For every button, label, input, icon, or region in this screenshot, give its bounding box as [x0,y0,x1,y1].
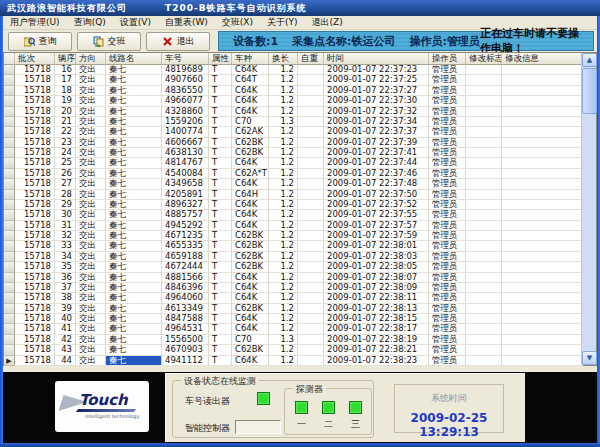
cell-时间[interactable]: 2009-01-07 22:38:17 [324,324,429,334]
cell-自重[interactable] [298,283,324,293]
cell-线路名[interactable]: 秦七 [106,148,162,158]
cell-属性[interactable]: T [209,293,232,303]
cell-修改标志[interactable] [466,138,502,148]
cell-车种[interactable]: C64K [232,314,269,324]
cell-换长[interactable]: 1.3 [269,335,298,345]
cell-自重[interactable] [298,96,324,106]
cell-修改信息[interactable] [502,65,583,75]
cell-自重[interactable] [298,231,324,241]
cell-方向[interactable]: 交出 [76,345,106,355]
cell-操作员[interactable]: 管理员 [429,324,466,334]
scroll-down-button[interactable]: ▼ [582,351,597,365]
cell-车种[interactable]: C64K [232,65,269,75]
cell-属性[interactable]: T [209,356,232,366]
cell-车号[interactable]: 4964060 [162,293,209,303]
cell-车种[interactable]: C62BK [232,304,269,314]
cell-时间[interactable]: 2009-01-07 22:38:03 [324,252,429,262]
cell-属性[interactable]: T [209,107,232,117]
cell-线路名[interactable]: 秦七 [106,210,162,220]
cell-属性[interactable]: T [209,210,232,220]
cell-车号[interactable]: 1559206 [162,117,209,127]
cell-辆序[interactable]: 27 [55,179,76,189]
cell-修改标志[interactable] [466,210,502,220]
column-header-10[interactable]: 操作员 [429,53,466,65]
cell-批次[interactable]: 15718 [15,65,55,75]
cell-车种[interactable]: C64K [232,210,269,220]
cell-车号[interactable]: 4847588 [162,314,209,324]
cell-方向[interactable]: 交出 [76,314,106,324]
cell-线路名[interactable]: 秦七 [106,169,162,179]
cell-操作员[interactable]: 管理员 [429,231,466,241]
cell-批次[interactable]: 15718 [15,293,55,303]
cell-方向[interactable]: 交出 [76,293,106,303]
column-header-0[interactable]: 批次 [15,53,55,65]
cell-属性[interactable]: T [209,117,232,127]
cell-线路名[interactable]: 秦七 [106,190,162,200]
cell-时间[interactable]: 2009-01-07 22:38:09 [324,283,429,293]
cell-线路名[interactable]: 秦七 [106,200,162,210]
scrollbar-thumb[interactable] [582,68,597,114]
column-header-4[interactable]: 车号 [162,53,209,65]
cell-车种[interactable]: C62A*T [232,169,269,179]
cell-属性[interactable]: T [209,262,232,272]
cell-批次[interactable]: 15718 [15,75,55,85]
cell-修改标志[interactable] [466,262,502,272]
cell-属性[interactable]: T [209,86,232,96]
cell-车种[interactable]: C62BK [232,252,269,262]
cell-方向[interactable]: 交出 [76,169,106,179]
cell-方向[interactable]: 交出 [76,158,106,168]
cell-换长[interactable]: 1.2 [269,127,298,137]
cell-自重[interactable] [298,273,324,283]
cell-操作员[interactable]: 管理员 [429,127,466,137]
cell-换长[interactable]: 1.3 [269,117,298,127]
cell-自重[interactable] [298,324,324,334]
cell-时间[interactable]: 2009-01-07 22:37:46 [324,169,429,179]
cell-线路名[interactable]: 秦七 [106,304,162,314]
cell-批次[interactable]: 15718 [15,86,55,96]
cell-操作员[interactable]: 管理员 [429,345,466,355]
cell-车种[interactable]: C62BK [232,138,269,148]
cell-时间[interactable]: 2009-01-07 22:38:21 [324,345,429,355]
cell-车种[interactable]: C62BK [232,241,269,251]
cell-车种[interactable]: C64T [232,75,269,85]
column-header-9[interactable]: 时间 [324,53,429,65]
cell-自重[interactable] [298,200,324,210]
cell-修改标志[interactable] [466,293,502,303]
cell-线路名[interactable]: 秦七 [106,283,162,293]
cell-批次[interactable]: 15718 [15,283,55,293]
cell-自重[interactable] [298,345,324,355]
cell-线路名[interactable]: 秦七 [106,345,162,355]
cell-辆序[interactable]: 21 [55,117,76,127]
cell-车号[interactable]: 4941112 [162,356,209,366]
cell-换长[interactable]: 1.2 [269,179,298,189]
menu-item-1[interactable]: 查询(Q) [67,16,113,29]
cell-车号[interactable]: 4655335 [162,241,209,251]
cell-属性[interactable]: T [209,200,232,210]
cell-辆序[interactable]: 26 [55,169,76,179]
cell-换长[interactable]: 1.2 [269,148,298,158]
cell-操作员[interactable]: 管理员 [429,252,466,262]
cell-方向[interactable]: 交出 [76,210,106,220]
cell-方向[interactable]: 交出 [76,262,106,272]
cell-方向[interactable]: 交出 [76,190,106,200]
cell-线路名[interactable]: 秦七 [106,107,162,117]
cell-车号[interactable]: 4819689 [162,65,209,75]
cell-操作员[interactable]: 管理员 [429,356,466,366]
cell-辆序[interactable]: 19 [55,96,76,106]
cell-批次[interactable]: 15718 [15,127,55,137]
cell-车种[interactable]: C64K [232,356,269,366]
cell-线路名[interactable]: 秦七 [106,96,162,106]
cell-修改标志[interactable] [466,96,502,106]
cell-修改信息[interactable] [502,221,583,231]
cell-车号[interactable]: 1556500 [162,335,209,345]
cell-操作员[interactable]: 管理员 [429,241,466,251]
cell-批次[interactable]: 15718 [15,117,55,127]
cell-时间[interactable]: 2009-01-07 22:38:07 [324,273,429,283]
cell-批次[interactable]: 15718 [15,231,55,241]
cell-自重[interactable] [298,262,324,272]
cell-车种[interactable]: C64K [232,293,269,303]
cell-车号[interactable]: 4814767 [162,158,209,168]
cell-修改标志[interactable] [466,283,502,293]
cell-时间[interactable]: 2009-01-07 22:37:44 [324,158,429,168]
cell-换长[interactable]: 1.2 [269,356,298,366]
